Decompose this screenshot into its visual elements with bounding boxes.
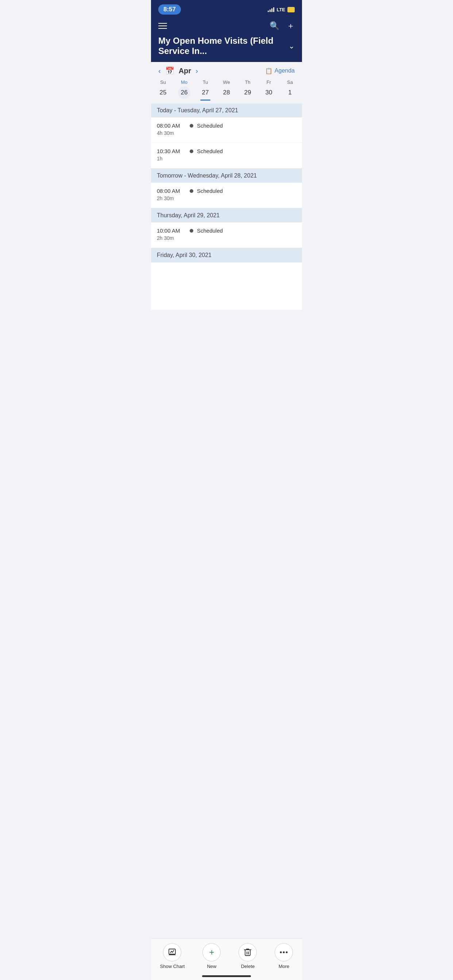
day-col-su[interactable]: Su 25 xyxy=(152,78,174,103)
next-month-button[interactable]: › xyxy=(196,67,198,75)
status-right: LTE ⚡ xyxy=(268,7,295,13)
event-time: 08:00 AM xyxy=(157,123,186,129)
prev-month-button[interactable]: ‹ xyxy=(158,67,161,75)
agenda-label: Agenda xyxy=(274,67,295,74)
day-col-sa[interactable]: Sa 1 xyxy=(279,78,301,103)
header-actions: 🔍 ＋ xyxy=(270,21,295,31)
event-item[interactable]: 10:00 AM Scheduled 2h 30m xyxy=(151,223,302,248)
signal-icon xyxy=(268,7,274,12)
add-icon[interactable]: ＋ xyxy=(287,21,295,31)
search-icon[interactable]: 🔍 xyxy=(270,21,279,30)
page-title: My Open Home Visits (Field Service In... xyxy=(158,36,286,56)
event-status: Scheduled xyxy=(197,188,223,194)
day-col-th[interactable]: Th 29 xyxy=(237,78,258,103)
day-col-fr[interactable]: Fr 30 xyxy=(258,78,279,103)
status-dot-icon xyxy=(190,124,193,127)
status-dot-icon xyxy=(190,150,193,153)
event-time: 10:30 AM xyxy=(157,148,186,154)
today-underline xyxy=(200,100,211,100)
event-status: Scheduled xyxy=(197,123,223,129)
day-section-tomorrow: Tomorrow - Wednesday, April 28, 2021 08:… xyxy=(151,169,302,208)
page-title-row: My Open Home Visits (Field Service In...… xyxy=(158,36,295,56)
hamburger-menu[interactable] xyxy=(158,23,167,29)
lte-label: LTE xyxy=(276,7,285,13)
day-section-thursday: Thursday, April 29, 2021 10:00 AM Schedu… xyxy=(151,208,302,248)
dropdown-chevron-icon[interactable]: ⌄ xyxy=(289,41,295,50)
agenda-content: Today - Tuesday, April 27, 2021 08:00 AM… xyxy=(151,103,302,310)
event-duration: 1h xyxy=(157,156,296,162)
event-time-row: 10:30 AM Scheduled xyxy=(157,148,296,154)
event-status: Scheduled xyxy=(197,228,223,234)
day-section-today: Today - Tuesday, April 27, 2021 08:00 AM… xyxy=(151,103,302,169)
status-bar: 8:57 LTE ⚡ xyxy=(151,0,302,18)
calendar-icon: 📅 xyxy=(165,66,174,75)
event-time-row: 10:00 AM Scheduled xyxy=(157,228,296,234)
day-header-today: Today - Tuesday, April 27, 2021 xyxy=(151,103,302,118)
calendar-nav: ‹ 📅 Apr › 📋 Agenda xyxy=(151,62,302,75)
event-item[interactable]: 08:00 AM Scheduled 2h 30m xyxy=(151,183,302,208)
agenda-view-button[interactable]: 📋 Agenda xyxy=(265,67,295,75)
event-status: Scheduled xyxy=(197,148,223,154)
day-section-friday: Friday, April 30, 2021 xyxy=(151,248,302,262)
status-dot-icon xyxy=(190,229,193,232)
event-time: 10:00 AM xyxy=(157,228,186,234)
week-days: Su 25 Mo 26 Tu 27 We 28 Th 29 Fr 30 Sa 1 xyxy=(151,75,302,103)
app-header: 🔍 ＋ My Open Home Visits (Field Service I… xyxy=(151,18,302,62)
event-duration: 2h 30m xyxy=(157,196,296,201)
day-header-thursday: Thursday, April 29, 2021 xyxy=(151,208,302,223)
month-label: Apr xyxy=(179,67,191,75)
event-time-row: 08:00 AM Scheduled xyxy=(157,188,296,194)
day-header-tomorrow: Tomorrow - Wednesday, April 28, 2021 xyxy=(151,169,302,183)
agenda-icon: 📋 xyxy=(265,67,273,75)
header-nav: 🔍 ＋ xyxy=(158,21,295,31)
day-col-mo[interactable]: Mo 26 xyxy=(174,78,195,103)
month-nav: ‹ 📅 Apr › xyxy=(158,66,198,75)
event-time-row: 08:00 AM Scheduled xyxy=(157,123,296,129)
event-duration: 4h 30m xyxy=(157,130,296,136)
event-item[interactable]: 10:30 AM Scheduled 1h xyxy=(151,143,302,169)
day-col-tu[interactable]: Tu 27 xyxy=(195,78,216,103)
event-duration: 2h 30m xyxy=(157,235,296,241)
status-time: 8:57 xyxy=(158,5,181,14)
battery-icon: ⚡ xyxy=(287,7,295,13)
day-header-friday: Friday, April 30, 2021 xyxy=(151,248,302,262)
day-col-we[interactable]: We 28 xyxy=(216,78,237,103)
event-time: 08:00 AM xyxy=(157,188,186,194)
event-item[interactable]: 08:00 AM Scheduled 4h 30m xyxy=(151,118,302,143)
status-dot-icon xyxy=(190,189,193,193)
